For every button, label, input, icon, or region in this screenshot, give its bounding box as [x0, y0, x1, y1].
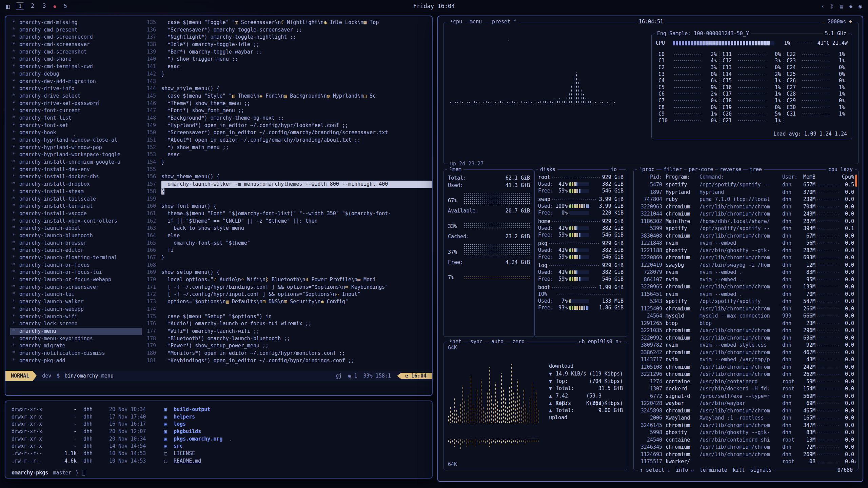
select-button[interactable]: ↑ select ↓ [640, 467, 670, 473]
file-list-item[interactable]: *omarchy-install-chromium-google-a [10, 159, 142, 166]
process-row[interactable]: 5998ghostty/usr/bin/ghostty --gtk-dhh83M… [638, 429, 854, 436]
chevron-left-icon[interactable]: ‹ [821, 3, 825, 9]
file-list-item[interactable]: *omarchy-launch-or-focus [10, 262, 142, 269]
process-row[interactable]: 1220428waybar/usr/bin/waybardhh69M0.0 [638, 400, 854, 407]
process-row[interactable]: 1205108chromium/usr/lib/chromium/chromdh… [638, 364, 854, 371]
file-list-item[interactable]: *omarchy-dev-add-migration [10, 78, 142, 85]
process-row[interactable]: 1221188ghostty/usr/bin/ghostty --gtk-dhh… [638, 247, 854, 255]
file-list-item[interactable]: *omarchy-hook [10, 129, 142, 137]
column-header[interactable]: Program: [666, 174, 697, 181]
net-auto-toggle[interactable]: auto [489, 339, 506, 345]
process-row[interactable]: 3221035chromium/usr/lib/chromium/chromdh… [638, 327, 854, 334]
process-row[interactable]: 1186302MainThre/home/dhh/.local/share/dh… [638, 218, 854, 225]
process-row[interactable]: 1143717nvimnvim --embed /var/tmp/pdhh43M… [638, 356, 854, 364]
file-list-item[interactable]: *omarchy-launch-walker [10, 298, 142, 306]
column-header[interactable]: MemB [798, 174, 815, 181]
process-row[interactable]: 3246145chromium/usr/lib/chromium/chromdh… [638, 422, 854, 429]
process-row[interactable]: 24564mysqldmysqld --max-connection999666… [638, 312, 854, 320]
process-row[interactable]: 3386242chromium/usr/lib/chromium/chromdh… [638, 349, 854, 357]
file-list-item[interactable]: *omarchy-hyprland-window-pop [10, 144, 142, 151]
file-list-item[interactable]: *omarchy-cmd-present [10, 26, 142, 34]
process-row[interactable]: 3221044chromium/usr/lib/chromium/chromdh… [638, 210, 854, 218]
process-row[interactable]: 3220869chromium/usr/lib/chromium/chromdh… [638, 254, 854, 262]
process-row[interactable]: 3809782nvimnvim --embed style.cssdhh92M0… [638, 342, 854, 349]
interval-plus-button[interactable]: + [849, 19, 852, 25]
file-list-item[interactable]: *omarchy-install-docker-dbs [10, 173, 142, 181]
process-row[interactable]: 747804rubypuma 7.1.0 (tcp://localdhh239M… [638, 196, 854, 203]
file-list-item[interactable]: *omarchy-launch-editor [10, 247, 142, 254]
file-list-item[interactable]: *omarchy-install-xbox-controllers [10, 218, 142, 225]
launcher-icon[interactable]: ◧ [6, 3, 10, 10]
file-list-item[interactable]: *omarchy-drive-set-password [10, 100, 142, 107]
file-list-item[interactable]: *omarchy-hyprland-workspace-toggle [10, 151, 142, 159]
file-list-item[interactable]: *omarchy-migrate [10, 342, 142, 350]
column-header[interactable]: Command: [699, 174, 780, 181]
workspace-button-3[interactable]: 3 [41, 2, 47, 10]
file-list-item[interactable]: *omarchy-install-tailscale [10, 196, 142, 203]
process-row[interactable]: 1221848nvimnvim --embeddhh56M0.0 [638, 240, 854, 247]
net-zero-toggle[interactable]: zero [510, 339, 527, 345]
file-list-item[interactable]: *omarchy-font-list [10, 115, 142, 122]
process-box-label[interactable]: ⁴proc [637, 166, 656, 173]
process-row[interactable]: 3220992chromium/usr/lib/chromium/chromdh… [638, 334, 854, 342]
net-sync-toggle[interactable]: sync [468, 339, 485, 345]
filter-button[interactable]: filter [662, 166, 684, 173]
cpu-box-label[interactable]: ¹cpu [448, 19, 464, 25]
bluetooth-icon[interactable]: ᛒ [830, 3, 834, 9]
process-row[interactable]: 1175517kworker/root0B0.0 [638, 458, 854, 465]
file-list-item[interactable]: *omarchy-menu-keybindings [10, 335, 142, 343]
process-row[interactable]: 5343spotify/opt/spotify/spotifydhh547M0.… [638, 298, 854, 305]
file-list-item[interactable]: *omarchy-font-current [10, 107, 142, 115]
process-row[interactable]: 3246345chromium/usr/lib/chromium/chromdh… [638, 444, 854, 451]
sort-selector[interactable]: cpu lazy [826, 166, 855, 173]
process-row[interactable]: 2006XwaylandXwayland :1 -rootless -dhh16… [638, 414, 854, 422]
file-list-item[interactable]: *omarchy-cmd-terminal-cwd [10, 63, 142, 70]
file-list-item[interactable]: *omarchy-cmd-share [10, 56, 142, 63]
file-list-item[interactable]: *omarchy-launch-webapp [10, 306, 142, 313]
file-list-item[interactable]: *omarchy-launch-or-focus-tui [10, 269, 142, 276]
info-button[interactable]: info ↵ [676, 467, 694, 473]
file-list-item[interactable]: *omarchy-install-dev-env [10, 166, 142, 174]
workspace-extra[interactable]: 5 [62, 3, 68, 9]
file-list-item[interactable]: *omarchy-launch-about [10, 225, 142, 232]
process-row[interactable]: 6772signal-d/proc/self/exe --type=rdhh56… [638, 393, 854, 400]
file-list-item[interactable]: *omarchy-cmd-missing [10, 19, 142, 26]
file-list-item[interactable]: *omarchy-debug [10, 70, 142, 78]
process-row[interactable]: 3220963chromium/usr/lib/chromium/chromdh… [638, 203, 854, 211]
file-list-item[interactable]: *omarchy-launch-wifi [10, 313, 142, 321]
scroll-down-icon[interactable]: ↓ [854, 459, 857, 465]
disks-box-label[interactable]: disks [538, 166, 557, 173]
signals-button[interactable]: signals [750, 467, 772, 473]
file-list-item[interactable]: *omarchy-drive-info [10, 85, 142, 93]
process-row[interactable]: 1125409chromium/usr/lib/chromium/chromdh… [638, 305, 854, 313]
process-row[interactable]: 3220965chromium/usr/lib/chromium/chromdh… [638, 283, 854, 291]
file-list-item[interactable]: *omarchy-launch-tui [10, 291, 142, 298]
power-icon[interactable]: ◉ [859, 3, 862, 9]
column-header[interactable]: User: [782, 174, 798, 181]
file-list-item[interactable]: *omarchy-install-terminal [10, 203, 142, 210]
shell-prompt[interactable]: omarchy-pkgs master ) [12, 469, 426, 476]
process-row[interactable]: 1274containe/usr/bin/containerdroot59M0.… [638, 378, 854, 386]
process-row[interactable]: 1897HyprlandHyprlanddhh370M0.0 [638, 189, 854, 196]
workspace-button-2[interactable]: 2 [29, 2, 36, 10]
file-list-item[interactable]: *omarchy-notification-dismiss [10, 350, 142, 357]
file-list-item[interactable]: *omarchy-launch-floating-terminal [10, 254, 142, 262]
process-row[interactable]: 24540containe/usr/bin/containerd-shiroot… [638, 436, 854, 444]
file-list-item[interactable]: *omarchy-launch-or-focus-webapp [10, 276, 142, 284]
reverse-toggle[interactable]: reverse [718, 166, 743, 173]
file-list-item[interactable]: *omarchy-hyprland-window-close-al [10, 137, 142, 144]
column-header[interactable]: Cpu% [842, 174, 854, 181]
file-list-item[interactable]: *omarchy-install-vscode [10, 210, 142, 218]
process-row[interactable]: 1220419swaybg/usr/bin/swaybg -i /homdhh1… [638, 262, 854, 269]
file-list-item[interactable]: *omarchy-cmd-screenrecord [10, 34, 142, 41]
preset-button[interactable]: preset * [490, 19, 518, 25]
menu-button[interactable]: menu [468, 19, 484, 25]
terminate-button[interactable]: terminate [700, 467, 727, 473]
process-row[interactable]: 1156451nvimnvim --embed .dhh70M0.0 [638, 291, 854, 298]
tree-toggle[interactable]: tree [748, 166, 764, 173]
process-row[interactable]: 1307dockerd/usr/bin/dockerd -H fd:root15… [638, 385, 854, 393]
process-row[interactable]: 5470spotify/opt/spotify/spotify --dhh657… [638, 181, 854, 189]
per-core-toggle[interactable]: per-core [687, 166, 715, 173]
file-list-item[interactable]: *omarchy-cmd-screenshot [10, 48, 142, 56]
network-box-label[interactable]: ³net [447, 339, 463, 345]
